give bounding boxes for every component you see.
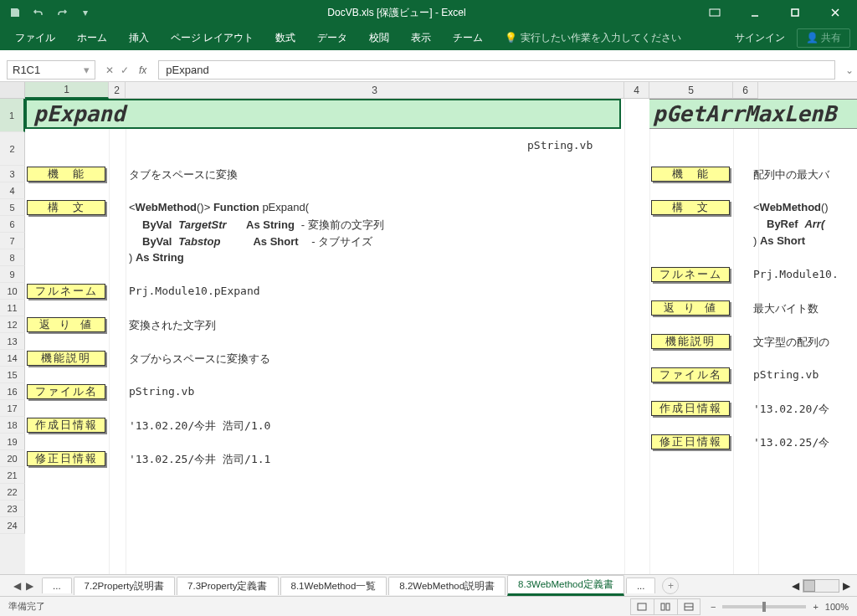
minimize-icon[interactable] [738,1,772,24]
row-header-13[interactable]: 13 [0,333,25,350]
qat-dropdown-icon[interactable]: ▾ [75,3,95,23]
row-header-15[interactable]: 15 [0,367,25,383]
view-page-break-icon[interactable] [677,598,700,615]
label-desc-r[interactable]: 機能説明 [651,334,730,349]
sheet-tab-7-2[interactable]: 7.2Property説明書 [74,577,175,595]
ribbon-options-icon[interactable] [698,1,731,24]
cell-function[interactable]: タブをスペースに変換 [129,167,238,182]
row-header-18[interactable]: 18 [0,417,25,434]
add-sheet-icon[interactable]: + [662,578,679,594]
row-header-2[interactable]: 2 [0,132,25,166]
save-icon[interactable] [5,3,25,23]
cell-syntax-3[interactable]: ByVal Tabstop As Short - タブサイズ [142,234,372,249]
name-box[interactable]: R1C1 ▾ [7,60,95,80]
view-normal-icon[interactable] [630,598,654,615]
cell-syntax-1[interactable]: <WebMethod()> Function pExpand( [129,201,309,213]
row-header-17[interactable]: 17 [0,400,25,417]
label-created[interactable]: 作成日情報 [27,418,105,433]
zoom-slider[interactable] [722,605,806,608]
view-page-layout-icon[interactable] [654,598,677,615]
cells-area[interactable]: pExpand pString.vb 機 能 タブをスペースに変換 構 文 <W… [25,99,857,574]
cell-created-r[interactable]: '13.02.20/今 [753,402,829,417]
tab-next-icon[interactable]: ▶ [26,580,33,592]
label-return[interactable]: 返 り 値 [27,317,105,332]
cell-return[interactable]: 変換された文字列 [129,318,216,333]
label-return-r[interactable]: 返 り 値 [651,300,730,316]
row-header-3[interactable]: 3 [0,166,25,182]
row-header-4[interactable]: 4 [0,182,25,199]
sheet-tab-dots2[interactable]: ... [626,578,656,593]
tab-data[interactable]: データ [309,28,356,49]
cell-desc-r[interactable]: 文字型の配列の [753,335,829,350]
row-header-5[interactable]: 5 [0,199,25,216]
label-function[interactable]: 機 能 [27,167,105,182]
cell-title-right[interactable]: pGetArrMaxLenB [649,99,857,129]
zoom-in-icon[interactable]: + [813,602,818,612]
col-header-3[interactable]: 3 [126,82,624,99]
close-icon[interactable] [819,1,852,24]
sheet-tab-8-2[interactable]: 8.2WebMethod説明書 [388,577,505,595]
cell-filename-r[interactable]: pString.vb [753,368,819,381]
label-desc[interactable]: 機能説明 [27,351,105,366]
zoom-thumb[interactable] [762,602,766,612]
cell-filename[interactable]: pString.vb [129,385,194,398]
row-header-1[interactable]: 1 [0,99,25,132]
label-modified[interactable]: 修正日情報 [27,451,105,466]
cancel-icon[interactable]: ✕ [105,64,114,76]
chevron-down-icon[interactable]: ▾ [84,64,90,76]
tab-review[interactable]: 校閲 [361,28,398,49]
formula-input[interactable]: pExpand [158,60,835,80]
scroll-left-icon[interactable]: ◀ [792,580,799,592]
row-header-6[interactable]: 6 [0,216,25,233]
cell-modified-r[interactable]: '13.02.25/今 [753,435,829,450]
enter-icon[interactable]: ✓ [121,64,129,76]
label-created-r[interactable]: 作成日情報 [651,401,730,416]
label-filename-r[interactable]: ファイル名 [651,367,730,382]
tab-view[interactable]: 表示 [403,28,439,49]
label-fullname[interactable]: フルネーム [27,284,105,299]
share-button[interactable]: 👤 共有 [797,28,850,48]
cell-syntax-r1[interactable]: <WebMethod() [753,201,829,213]
label-filename[interactable]: ファイル名 [27,384,105,399]
select-all-corner[interactable] [0,82,25,99]
row-header-23[interactable]: 23 [0,501,25,517]
row-header-19[interactable]: 19 [0,434,25,450]
label-modified-r[interactable]: 修正日情報 [651,434,730,449]
tell-me[interactable]: 💡 実行したい作業を入力してください [505,31,681,45]
row-header-20[interactable]: 20 [0,450,25,467]
cell-title-left[interactable]: pExpand [25,99,621,129]
maximize-icon[interactable] [778,1,812,24]
tab-team[interactable]: チーム [444,28,491,49]
redo-icon[interactable] [52,3,72,23]
fx-icon[interactable]: fx [136,64,150,76]
cell-fullname[interactable]: Prj.Module10.pExpand [129,285,260,297]
cell-syntax-r3[interactable]: ) As Short [753,234,805,247]
tab-insert[interactable]: 挿入 [121,28,157,49]
h-scrollbar[interactable] [803,579,839,593]
cell-modified[interactable]: '13.02.25/今井 浩司/1.1 [129,452,270,467]
tab-home[interactable]: ホーム [69,28,115,49]
row-header-24[interactable]: 24 [0,517,25,534]
sheet-tab-7-3[interactable]: 7.3Property定義書 [177,577,278,595]
row-header-7[interactable]: 7 [0,233,25,249]
row-header-16[interactable]: 16 [0,383,25,400]
cell-file-link[interactable]: pString.vb [527,139,593,151]
tab-file[interactable]: ファイル [7,28,64,49]
col-header-1[interactable]: 1 [25,82,109,99]
cell-created[interactable]: '13.02.20/今井 浩司/1.0 [129,418,270,434]
tab-formulas[interactable]: 数式 [267,28,304,49]
tab-prev-icon[interactable]: ◀ [13,580,21,592]
row-header-12[interactable]: 12 [0,316,25,333]
col-header-2[interactable]: 2 [109,82,126,99]
row-header-10[interactable]: 10 [0,283,25,300]
label-syntax-r[interactable]: 構 文 [651,200,730,215]
cell-syntax-r2[interactable]: ByRef Arr( [767,218,824,230]
tab-page-layout[interactable]: ページ レイアウト [162,28,262,49]
label-fullname-r[interactable]: フルネーム [651,267,730,282]
h-scrollbar-thumb[interactable] [803,580,815,592]
cell-fullname-r[interactable]: Prj.Module10. [753,268,839,280]
cell-desc[interactable]: タブからスペースに変換する [129,352,270,367]
sheet-tab-8-3[interactable]: 8.3WebMethod定義書 [507,575,624,596]
cell-return-r[interactable]: 最大バイト数 [753,301,819,316]
sheet-tab-dots[interactable]: ... [42,578,72,593]
